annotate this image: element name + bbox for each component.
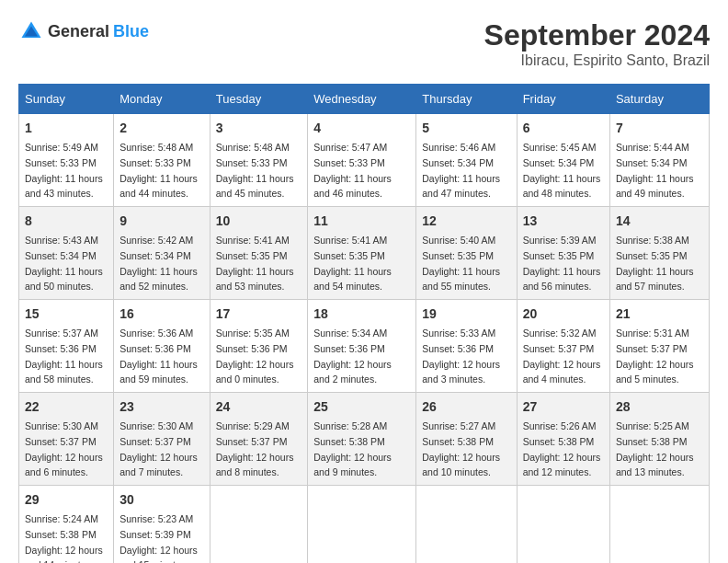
day-number: 5 — [422, 119, 510, 138]
day-number: 10 — [216, 212, 301, 231]
daylight-text: Daylight: 12 hours and 14 minutes. — [25, 545, 103, 564]
day-number: 17 — [216, 304, 301, 324]
sunset-text: Sunset: 5:38 PM — [313, 436, 385, 447]
day-of-week-saturday: Saturday — [609, 85, 709, 114]
sunset-text: Sunset: 5:33 PM — [25, 157, 97, 168]
month-title: September 2024 — [484, 18, 710, 52]
calendar-cell: 4 Sunrise: 5:47 AM Sunset: 5:33 PM Dayli… — [308, 114, 416, 207]
day-number: 25 — [313, 397, 410, 417]
sunset-text: Sunset: 5:35 PM — [313, 250, 385, 261]
calendar-cell: 7 Sunrise: 5:44 AM Sunset: 5:34 PM Dayli… — [609, 114, 709, 207]
sunset-text: Sunset: 5:33 PM — [119, 157, 191, 168]
daylight-text: Daylight: 11 hours and 49 minutes. — [616, 173, 694, 200]
daylight-text: Daylight: 12 hours and 5 minutes. — [616, 359, 694, 385]
sunset-text: Sunset: 5:38 PM — [422, 436, 494, 447]
sunset-text: Sunset: 5:37 PM — [25, 436, 97, 447]
sunset-text: Sunset: 5:36 PM — [422, 343, 494, 354]
daylight-text: Daylight: 12 hours and 15 minutes. — [119, 545, 198, 564]
location-title: Ibiracu, Espirito Santo, Brazil — [484, 52, 710, 69]
day-number: 29 — [25, 490, 108, 510]
sunrise-text: Sunrise: 5:44 AM — [616, 142, 689, 153]
title-area: September 2024 Ibiracu, Espirito Santo, … — [484, 18, 710, 69]
calendar-week-row: 15 Sunrise: 5:37 AM Sunset: 5:36 PM Dayl… — [19, 300, 710, 393]
sunrise-text: Sunrise: 5:39 AM — [523, 235, 597, 246]
day-number: 19 — [422, 304, 510, 324]
calendar-cell: 17 Sunrise: 5:35 AM Sunset: 5:36 PM Dayl… — [210, 300, 307, 393]
sunrise-text: Sunrise: 5:46 AM — [422, 142, 495, 153]
daylight-text: Daylight: 12 hours and 2 minutes. — [313, 359, 392, 385]
day-number: 3 — [216, 119, 301, 138]
sunrise-text: Sunrise: 5:42 AM — [119, 235, 193, 246]
calendar-cell: 21 Sunrise: 5:31 AM Sunset: 5:37 PM Dayl… — [609, 300, 709, 393]
daylight-text: Daylight: 11 hours and 53 minutes. — [216, 266, 294, 293]
calendar-cell: 5 Sunrise: 5:46 AM Sunset: 5:34 PM Dayli… — [416, 114, 517, 207]
sunrise-text: Sunrise: 5:31 AM — [616, 327, 689, 339]
sunrise-text: Sunrise: 5:28 AM — [313, 420, 387, 431]
daylight-text: Daylight: 11 hours and 58 minutes. — [25, 359, 103, 385]
sunset-text: Sunset: 5:38 PM — [25, 529, 97, 540]
day-of-week-wednesday: Wednesday — [308, 85, 416, 114]
sunrise-text: Sunrise: 5:25 AM — [616, 420, 689, 431]
day-of-week-friday: Friday — [517, 85, 609, 114]
day-number: 1 — [25, 119, 108, 138]
daylight-text: Daylight: 12 hours and 9 minutes. — [313, 452, 392, 478]
sunrise-text: Sunrise: 5:26 AM — [523, 420, 597, 431]
calendar-cell — [308, 486, 416, 564]
calendar-cell: 25 Sunrise: 5:28 AM Sunset: 5:38 PM Dayl… — [308, 393, 416, 486]
daylight-text: Daylight: 11 hours and 50 minutes. — [25, 266, 103, 293]
calendar-week-row: 29 Sunrise: 5:24 AM Sunset: 5:38 PM Dayl… — [19, 486, 710, 564]
calendar-cell: 26 Sunrise: 5:27 AM Sunset: 5:38 PM Dayl… — [416, 393, 517, 486]
day-number: 15 — [25, 304, 108, 324]
calendar-cell: 12 Sunrise: 5:40 AM Sunset: 5:35 PM Dayl… — [416, 207, 517, 300]
daylight-text: Daylight: 12 hours and 10 minutes. — [422, 452, 500, 478]
day-number: 27 — [523, 397, 604, 417]
sunset-text: Sunset: 5:37 PM — [119, 436, 191, 447]
calendar-table: SundayMondayTuesdayWednesdayThursdayFrid… — [18, 84, 710, 563]
day-number: 8 — [25, 212, 108, 231]
day-number: 13 — [523, 212, 604, 231]
day-of-week-monday: Monday — [114, 85, 210, 114]
day-of-week-sunday: Sunday — [19, 85, 114, 114]
calendar-cell: 10 Sunrise: 5:41 AM Sunset: 5:35 PM Dayl… — [210, 207, 307, 300]
calendar-cell — [517, 486, 609, 564]
calendar-cell: 9 Sunrise: 5:42 AM Sunset: 5:34 PM Dayli… — [114, 207, 210, 300]
calendar-cell: 6 Sunrise: 5:45 AM Sunset: 5:34 PM Dayli… — [517, 114, 609, 207]
logo: GeneralBlue — [18, 18, 149, 44]
calendar-cell: 30 Sunrise: 5:23 AM Sunset: 5:39 PM Dayl… — [114, 486, 210, 564]
calendar-cell: 29 Sunrise: 5:24 AM Sunset: 5:38 PM Dayl… — [19, 486, 114, 564]
calendar-week-row: 22 Sunrise: 5:30 AM Sunset: 5:37 PM Dayl… — [19, 393, 710, 486]
day-number: 2 — [119, 119, 204, 138]
sunrise-text: Sunrise: 5:38 AM — [616, 235, 689, 246]
daylight-text: Daylight: 11 hours and 54 minutes. — [313, 266, 392, 293]
sunrise-text: Sunrise: 5:49 AM — [25, 142, 98, 153]
calendar-cell: 8 Sunrise: 5:43 AM Sunset: 5:34 PM Dayli… — [19, 207, 114, 300]
sunrise-text: Sunrise: 5:24 AM — [25, 513, 98, 524]
sunset-text: Sunset: 5:37 PM — [216, 436, 288, 447]
sunset-text: Sunset: 5:36 PM — [119, 343, 191, 354]
day-number: 20 — [523, 304, 604, 324]
calendar-cell: 14 Sunrise: 5:38 AM Sunset: 5:35 PM Dayl… — [609, 207, 709, 300]
calendar-cell — [210, 486, 307, 564]
sunrise-text: Sunrise: 5:37 AM — [25, 327, 98, 339]
daylight-text: Daylight: 11 hours and 56 minutes. — [523, 266, 601, 293]
day-number: 12 — [422, 212, 510, 231]
daylight-text: Daylight: 11 hours and 45 minutes. — [216, 173, 294, 200]
sunset-text: Sunset: 5:35 PM — [616, 250, 688, 261]
calendar-header-row: SundayMondayTuesdayWednesdayThursdayFrid… — [19, 85, 710, 114]
sunset-text: Sunset: 5:33 PM — [313, 157, 385, 168]
calendar-cell: 2 Sunrise: 5:48 AM Sunset: 5:33 PM Dayli… — [114, 114, 210, 207]
sunrise-text: Sunrise: 5:41 AM — [313, 235, 387, 246]
sunset-text: Sunset: 5:38 PM — [523, 436, 595, 447]
calendar-cell: 23 Sunrise: 5:30 AM Sunset: 5:37 PM Dayl… — [114, 393, 210, 486]
day-number: 9 — [119, 212, 204, 231]
calendar-cell: 19 Sunrise: 5:33 AM Sunset: 5:36 PM Dayl… — [416, 300, 517, 393]
daylight-text: Daylight: 12 hours and 13 minutes. — [616, 452, 694, 478]
sunrise-text: Sunrise: 5:45 AM — [523, 142, 597, 153]
sunrise-text: Sunrise: 5:43 AM — [25, 235, 98, 246]
day-number: 4 — [313, 119, 410, 138]
logo-general: General — [48, 22, 109, 41]
sunset-text: Sunset: 5:38 PM — [616, 436, 688, 447]
sunrise-text: Sunrise: 5:35 AM — [216, 327, 290, 339]
calendar-week-row: 1 Sunrise: 5:49 AM Sunset: 5:33 PM Dayli… — [19, 114, 710, 207]
sunrise-text: Sunrise: 5:40 AM — [422, 235, 495, 246]
